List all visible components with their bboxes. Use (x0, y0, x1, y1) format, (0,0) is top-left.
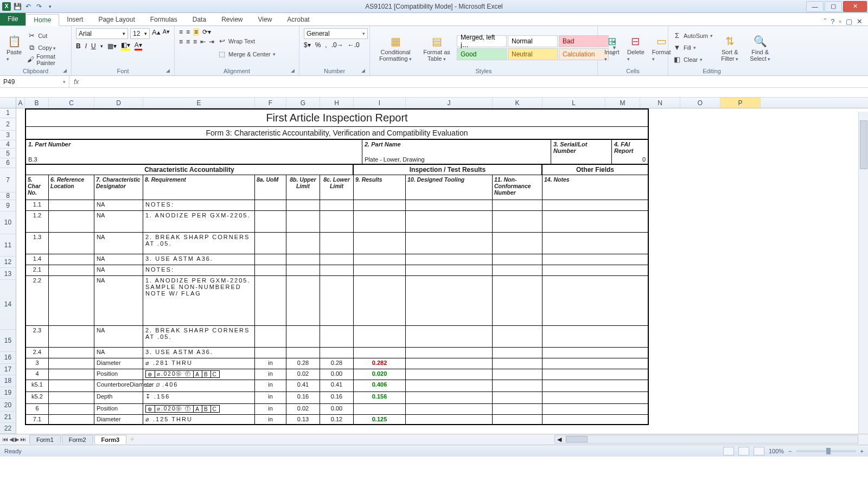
column-header[interactable]: F (255, 98, 286, 108)
sheet-tab-form2[interactable]: Form2 (62, 435, 93, 444)
tab-insert[interactable]: Insert (59, 14, 91, 25)
align-right-icon[interactable]: ≡ (193, 38, 197, 46)
align-middle-icon[interactable]: ≡ (186, 28, 190, 36)
fx-icon[interactable]: fx (74, 78, 79, 86)
format-painter-button[interactable]: 🖌Format Painter (27, 54, 67, 65)
sheet-tab-form3[interactable]: Form3 (94, 435, 127, 444)
row-header[interactable]: 11 (0, 234, 16, 256)
row-header[interactable]: 6 (0, 158, 16, 168)
column-header[interactable]: I (354, 98, 406, 108)
page-layout-view-button[interactable] (738, 447, 749, 455)
vertical-scrollbar[interactable] (858, 112, 868, 436)
wrap-text-button[interactable]: ↩Wrap Text (218, 36, 276, 47)
row-header[interactable]: 18 (0, 375, 16, 387)
percent-icon[interactable]: % (315, 41, 321, 49)
shrink-font-icon[interactable]: A▾ (163, 28, 170, 39)
format-as-table-button[interactable]: ▤Format as Table (420, 28, 454, 67)
row-header[interactable]: 20 (0, 399, 16, 412)
tab-acrobat[interactable]: Acrobat (279, 14, 317, 25)
horizontal-scrollbar[interactable]: ◀ (554, 435, 858, 444)
window-maximize-icon[interactable]: ▢ (846, 17, 852, 25)
sheet-nav-last-icon[interactable]: ⏭ (20, 436, 26, 443)
sheet-nav-next-icon[interactable]: ▶ (15, 436, 19, 443)
row-header[interactable]: 8 (0, 192, 16, 200)
align-top-icon[interactable]: ≡ (179, 28, 183, 36)
currency-icon[interactable]: $▾ (304, 41, 311, 49)
conditional-formatting-button[interactable]: ▦Conditional Formatting (374, 28, 417, 67)
window-close-icon[interactable]: ✕ (857, 17, 863, 25)
merge-center-button[interactable]: ⬚Merge & Center (218, 49, 276, 60)
row-header[interactable]: 15 (0, 330, 16, 352)
minimize-ribbon-icon[interactable]: ˇ (824, 17, 826, 25)
column-header[interactable]: E (143, 98, 255, 108)
font-color-button[interactable]: A▾ (135, 41, 142, 50)
help-icon[interactable]: ? (831, 17, 834, 25)
increase-indent-icon[interactable]: ⇥ (209, 38, 214, 46)
cell-style[interactable]: Merged, left j… (457, 35, 507, 47)
row-header[interactable]: 10 (0, 211, 16, 234)
comma-icon[interactable]: , (325, 41, 327, 49)
align-left-icon[interactable]: ≡ (179, 38, 183, 46)
column-header[interactable]: A (16, 98, 25, 108)
name-box[interactable]: P49▾ (0, 76, 69, 88)
column-header[interactable]: M (605, 98, 640, 108)
align-center-icon[interactable]: ≡ (186, 38, 190, 46)
row-header[interactable]: 13 (0, 268, 16, 280)
grow-font-icon[interactable]: A▴ (152, 28, 161, 39)
zoom-out-button[interactable]: − (788, 448, 792, 454)
row-header[interactable]: 21 (0, 412, 16, 423)
new-sheet-icon[interactable]: ✧ (130, 436, 135, 443)
row-header[interactable]: 1 (0, 108, 16, 118)
sort-filter-button[interactable]: ⇅Sort & Filter (716, 28, 743, 67)
cell-style[interactable]: Good (457, 48, 507, 60)
increase-decimal-icon[interactable]: .0→ (331, 41, 343, 49)
column-header[interactable]: K (493, 98, 542, 108)
paste-button[interactable]: 📋 Paste (4, 28, 24, 67)
row-header[interactable]: 17 (0, 364, 16, 376)
number-format-select[interactable]: General (304, 28, 368, 39)
decrease-decimal-icon[interactable]: ←.0 (348, 41, 360, 49)
tab-view[interactable]: View (251, 14, 280, 25)
sheet-nav-prev-icon[interactable]: ◀ (9, 436, 14, 443)
select-all-button[interactable] (0, 98, 16, 108)
clear-button[interactable]: ◧Clear (673, 54, 713, 65)
tab-formulas[interactable]: Formulas (143, 14, 185, 25)
row-header[interactable]: 4 (0, 140, 16, 149)
column-header[interactable]: H (320, 98, 354, 108)
decrease-indent-icon[interactable]: ⇤ (200, 38, 206, 46)
column-header[interactable]: J (406, 98, 493, 108)
column-header[interactable]: D (94, 98, 143, 108)
italic-button[interactable]: I (85, 42, 87, 50)
row-header[interactable]: 2 (0, 118, 16, 131)
column-header[interactable]: P (720, 98, 761, 108)
column-header[interactable]: B (25, 98, 49, 108)
column-header[interactable]: O (680, 98, 720, 108)
sheet-tab-form1[interactable]: Form1 (29, 435, 61, 444)
column-header[interactable]: C (49, 98, 94, 108)
autosum-button[interactable]: ΣAutoSum (673, 30, 713, 41)
delete-cells-button[interactable]: ⊟Delete (625, 28, 647, 67)
row-header[interactable]: 14 (0, 280, 16, 330)
zoom-in-button[interactable]: + (860, 448, 864, 454)
column-header[interactable]: G (286, 98, 320, 108)
page-break-view-button[interactable] (754, 447, 764, 455)
column-header[interactable]: N (640, 98, 680, 108)
worksheet-area[interactable]: First Article Inspection Report Form 3: … (16, 108, 868, 434)
fill-color-button[interactable]: ◧▾ (121, 41, 130, 50)
row-header[interactable]: 5 (0, 149, 16, 158)
zoom-slider[interactable] (796, 450, 856, 452)
orientation-icon[interactable]: ⟳▾ (202, 28, 211, 36)
sheet-nav-first-icon[interactable]: ⏮ (2, 436, 8, 443)
bold-button[interactable]: B (76, 42, 81, 50)
row-header[interactable]: 22 (0, 423, 16, 434)
font-size-select[interactable]: 12▾ (130, 28, 150, 39)
normal-view-button[interactable] (723, 447, 734, 455)
row-header[interactable]: 7 (0, 168, 16, 192)
cell-style[interactable]: Normal (508, 35, 558, 47)
font-name-select[interactable]: Arial▾ (76, 28, 128, 39)
row-header[interactable]: 9 (0, 200, 16, 212)
cut-button[interactable]: ✂Cut (27, 30, 67, 41)
row-header[interactable]: 12 (0, 256, 16, 268)
tab-review[interactable]: Review (214, 14, 250, 25)
tab-data[interactable]: Data (185, 14, 214, 25)
